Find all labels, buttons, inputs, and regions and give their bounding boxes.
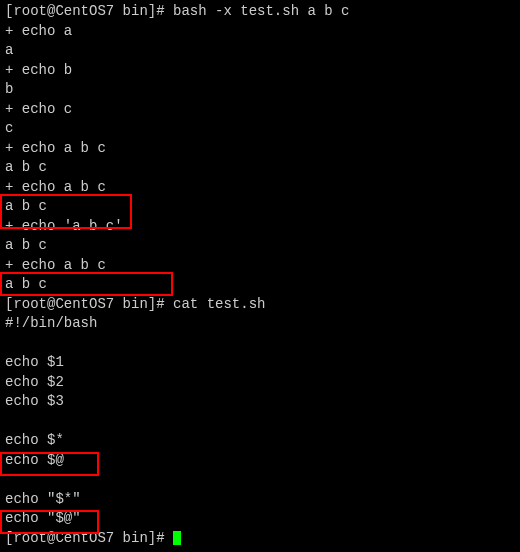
cursor-icon xyxy=(173,531,181,545)
script-line: echo $* xyxy=(5,431,515,451)
terminal-line: + echo a xyxy=(5,22,515,42)
terminal-line: + echo c xyxy=(5,100,515,120)
terminal-line: a b c xyxy=(5,158,515,178)
script-line: #!/bin/bash xyxy=(5,314,515,334)
terminal-prompt-current[interactable]: [root@CentOS7 bin]# xyxy=(5,529,515,549)
terminal-line: a b c xyxy=(5,275,515,295)
terminal-line: b xyxy=(5,80,515,100)
script-line xyxy=(5,470,515,490)
script-line: echo $@ xyxy=(5,451,515,471)
script-line: echo "$*" xyxy=(5,490,515,510)
script-line xyxy=(5,412,515,432)
terminal-line: + echo a b c xyxy=(5,139,515,159)
terminal-line: a xyxy=(5,41,515,61)
script-line: echo "$@" xyxy=(5,509,515,529)
terminal-line-prompt1: [root@CentOS7 bin]# bash -x test.sh a b … xyxy=(5,2,515,22)
script-line: echo $3 xyxy=(5,392,515,412)
terminal-line: a b c xyxy=(5,236,515,256)
terminal-line: c xyxy=(5,119,515,139)
terminal-line: + echo a b c xyxy=(5,256,515,276)
script-line: echo $2 xyxy=(5,373,515,393)
terminal-line: + echo b xyxy=(5,61,515,81)
terminal-line-prompt2: [root@CentOS7 bin]# cat test.sh xyxy=(5,295,515,315)
terminal-line: + echo a b c xyxy=(5,178,515,198)
terminal-line: a b c xyxy=(5,197,515,217)
script-line xyxy=(5,334,515,354)
terminal-line: + echo 'a b c' xyxy=(5,217,515,237)
script-line: echo $1 xyxy=(5,353,515,373)
